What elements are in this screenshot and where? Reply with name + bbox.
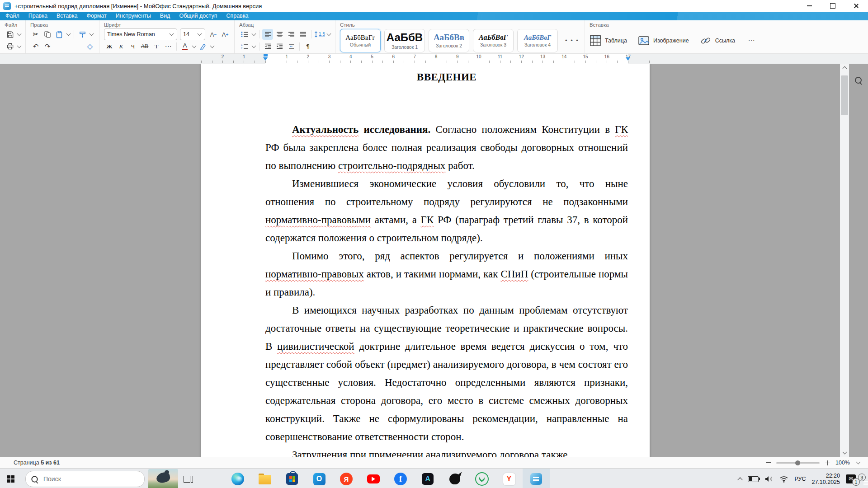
- clear-formatting-button[interactable]: ◇: [85, 41, 95, 52]
- mail-tray-button[interactable]: ✉ 1: [846, 474, 856, 483]
- taskbar-myoffice-button[interactable]: [523, 469, 550, 488]
- minimize-button[interactable]: [797, 0, 821, 12]
- font-color-chevron-icon[interactable]: [192, 43, 197, 48]
- taskbar-search-input[interactable]: [42, 475, 112, 483]
- insert-image-button[interactable]: Изображение: [638, 35, 689, 47]
- line-spacing-button[interactable]: 1.5: [314, 29, 325, 40]
- insert-table-button[interactable]: Таблица: [590, 35, 627, 47]
- scroll-up-button[interactable]: [840, 64, 849, 72]
- save-dropdown-chevron-icon[interactable]: [17, 32, 22, 36]
- clock[interactable]: 22:20 27.10.2025: [811, 473, 840, 485]
- redo-button[interactable]: ↷: [42, 41, 53, 52]
- menu-item-1[interactable]: Правка: [24, 12, 52, 20]
- line-spacing-chevron-icon[interactable]: [327, 32, 331, 36]
- save-button[interactable]: [5, 29, 15, 40]
- taskbar-explorer-button[interactable]: [251, 469, 278, 488]
- paste-button[interactable]: [54, 29, 65, 40]
- taskbar-facebook-button[interactable]: f: [387, 469, 414, 488]
- taskbar-black-animal-app-button[interactable]: [441, 469, 468, 488]
- document-search-button[interactable]: [852, 74, 864, 86]
- justify-button[interactable]: [297, 29, 308, 40]
- text-case-button[interactable]: Т: [151, 41, 162, 52]
- numbered-list-chevron-icon[interactable]: [252, 43, 256, 48]
- formatting-marks-button[interactable]: ¶: [302, 41, 313, 52]
- paste-dropdown-chevron-icon[interactable]: [66, 32, 71, 36]
- menu-item-6[interactable]: Общий доступ: [175, 12, 222, 20]
- align-left-button[interactable]: [262, 29, 273, 40]
- taskbar-youtube-button[interactable]: [360, 469, 387, 488]
- taskbar-outlook-button[interactable]: O: [306, 469, 333, 488]
- taskbar-search[interactable]: [25, 471, 145, 487]
- zoom-slider[interactable]: [776, 462, 820, 464]
- insert-link-button[interactable]: Ссылка: [700, 35, 735, 47]
- taskbar-store-button[interactable]: [278, 469, 306, 488]
- bullet-list-chevron-icon[interactable]: [252, 32, 256, 36]
- increase-indent-button[interactable]: [274, 41, 285, 52]
- taskbar-a-app-button[interactable]: A: [414, 469, 441, 488]
- menu-item-3[interactable]: Формат: [82, 12, 111, 20]
- font-size-select[interactable]: 14: [180, 28, 205, 40]
- font-color-button[interactable]: А: [179, 41, 190, 52]
- more-font-options-button[interactable]: ⋯: [163, 41, 174, 52]
- print-dropdown-chevron-icon[interactable]: [17, 43, 22, 48]
- taskbar-edge-button[interactable]: [224, 469, 251, 488]
- more-insert-button[interactable]: ⋯: [746, 35, 757, 46]
- menu-item-7[interactable]: Справка: [222, 12, 253, 20]
- style-card-normal[interactable]: АаБбВвГгОбычный: [340, 29, 381, 52]
- underline-button[interactable]: Ч: [127, 41, 138, 52]
- taskbar-yandex-button[interactable]: Y: [495, 469, 523, 488]
- style-card-h4[interactable]: АаБбВвГЗаголовок 4: [517, 29, 558, 52]
- style-card-h1[interactable]: АаБбВЗаголовок 1: [384, 29, 425, 52]
- align-right-button[interactable]: [286, 29, 297, 40]
- numbered-list-button[interactable]: 1.2.: [239, 41, 250, 52]
- decrease-indent-button[interactable]: [262, 41, 273, 52]
- bullet-list-button[interactable]: [239, 29, 250, 40]
- undo-button[interactable]: ↶: [30, 41, 41, 52]
- menu-item-4[interactable]: Инструменты: [111, 12, 156, 20]
- menu-item-5[interactable]: Вид: [156, 12, 175, 20]
- zoom-in-button[interactable]: [825, 460, 830, 465]
- format-painter-chevron-icon[interactable]: [90, 32, 94, 36]
- widgets-button[interactable]: [148, 469, 178, 488]
- font-name-select[interactable]: Times New Roman: [104, 28, 177, 40]
- close-button[interactable]: [844, 0, 868, 12]
- wifi-icon[interactable]: [779, 476, 788, 483]
- menu-item-2[interactable]: Вставка: [52, 12, 82, 20]
- zoom-out-button[interactable]: [766, 462, 771, 463]
- first-line-indent-marker[interactable]: [264, 54, 268, 56]
- scrollbar-thumb[interactable]: [841, 75, 848, 115]
- speaker-icon[interactable]: [764, 475, 774, 483]
- print-button[interactable]: [5, 41, 15, 52]
- style-card-h2[interactable]: АаБбВвЗаголовок 2: [429, 29, 469, 52]
- vertical-scrollbar[interactable]: [840, 64, 849, 457]
- increase-font-size-button[interactable]: А+: [220, 29, 231, 40]
- bold-button[interactable]: Ж: [104, 41, 115, 52]
- zoom-value[interactable]: 100%: [835, 460, 850, 466]
- format-painter-button[interactable]: [77, 29, 88, 40]
- zoom-slider-knob[interactable]: [795, 460, 800, 465]
- language-indicator[interactable]: РУС: [794, 476, 806, 482]
- paragraph-spacing-button[interactable]: [286, 41, 297, 52]
- battery-icon[interactable]: [748, 476, 759, 482]
- hidden-icons-chevron-icon[interactable]: [738, 477, 743, 482]
- align-center-button[interactable]: [274, 29, 285, 40]
- menu-item-0[interactable]: Файл: [1, 12, 24, 20]
- copy-button[interactable]: [42, 29, 53, 40]
- document-page[interactable]: ВВЕДЕНИЕ Актуальность исследования. Согл…: [201, 64, 650, 457]
- taskbar-whatsapp-button[interactable]: [468, 469, 495, 488]
- left-indent-marker[interactable]: [263, 57, 268, 61]
- highlight-color-chevron-icon[interactable]: [210, 43, 215, 48]
- taskbar-yandex-browser-button[interactable]: Я: [333, 469, 360, 488]
- start-button[interactable]: [0, 469, 22, 488]
- strikethrough-button[interactable]: АВ: [139, 41, 150, 52]
- scroll-down-button[interactable]: [840, 449, 849, 457]
- decrease-font-size-button[interactable]: А−: [208, 29, 219, 40]
- more-styles-button[interactable]: • • •: [561, 37, 583, 44]
- right-indent-marker[interactable]: [626, 57, 630, 61]
- italic-button[interactable]: К: [116, 41, 127, 52]
- style-card-h3[interactable]: АаБбВвГЗаголовок 3: [473, 29, 514, 52]
- task-view-button[interactable]: [178, 469, 198, 488]
- maximize-button[interactable]: [821, 0, 844, 12]
- highlight-color-button[interactable]: [198, 41, 208, 52]
- cut-button[interactable]: ✂: [30, 29, 41, 40]
